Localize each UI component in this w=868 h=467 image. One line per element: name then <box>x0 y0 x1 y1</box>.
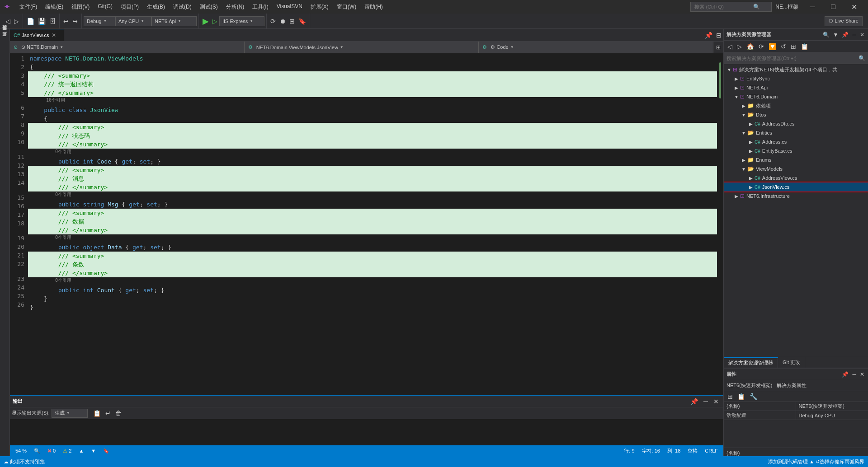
tab-pin-button[interactable]: 📌 <box>703 29 714 41</box>
sol-tab-explorer[interactable]: 解决方案资源管理器 <box>724 357 778 368</box>
debug-config-dropdown[interactable]: Debug ▼ <box>84 16 115 26</box>
toolbar-btn-2[interactable]: ⏺ <box>278 15 288 27</box>
sol-sync-button[interactable]: ⟳ <box>757 41 766 52</box>
error-count[interactable]: ✖ 0 <box>46 448 57 454</box>
tree-item-dtos[interactable]: ▼ 📂 Dtos <box>724 110 868 119</box>
props-btn-2[interactable]: 📋 <box>736 391 747 402</box>
search-input[interactable] <box>694 4 753 9</box>
tree-item-addressdto[interactable]: ▶ C# AddressDto.cs <box>724 119 868 128</box>
toolbar-btn-1[interactable]: ⟳ <box>269 15 278 27</box>
maximize-button[interactable]: □ <box>823 0 844 14</box>
code-editor[interactable]: namespace NET6.Domain.ViewModels { /// <… <box>28 53 717 395</box>
zoom-icon[interactable]: 🔍 <box>32 448 42 454</box>
project-config-dropdown[interactable]: NET6.Api ▼ <box>151 16 197 26</box>
mini-scrollbar[interactable] <box>717 53 723 395</box>
prop-minimize-button[interactable]: ─ <box>851 370 857 378</box>
tree-item-entitysync[interactable]: ▶ ⊡ EntitySync <box>724 74 868 83</box>
encoding-info[interactable]: CRLF <box>703 448 720 453</box>
output-minimize-button[interactable]: ─ <box>702 396 710 407</box>
iis-express-dropdown[interactable]: IIS Express ▼ <box>219 16 264 26</box>
play-hollow-button[interactable]: ▷ <box>211 18 219 25</box>
props-btn-3[interactable]: 🔧 <box>748 391 759 402</box>
prop-config-value[interactable]: Debug|Any CPU <box>796 411 868 420</box>
props-btn-1[interactable]: ⊞ <box>726 391 735 402</box>
save-button[interactable]: 💾 <box>36 15 47 27</box>
toolbar-btn-3[interactable]: ⊞ <box>288 15 297 27</box>
nav-up-button[interactable]: ▲ <box>77 448 85 453</box>
menu-project[interactable]: 项目(P) <box>117 1 142 13</box>
space-info[interactable]: 空格 <box>686 448 699 454</box>
tree-item-dependencies[interactable]: ▶ 📁 依赖项 <box>724 101 868 110</box>
output-wrap-button[interactable]: ↵ <box>104 407 113 419</box>
tree-item-entitybase[interactable]: ▶ C# EntityBase.cs <box>724 146 868 155</box>
output-source-dropdown[interactable]: 生成 ▼ <box>52 409 88 418</box>
redo-button[interactable]: ↪ <box>71 15 80 27</box>
warning-count[interactable]: ⚠ 2 <box>61 448 73 454</box>
sol-view-button[interactable]: ⊞ <box>789 41 798 52</box>
undo-button[interactable]: ↩ <box>61 15 71 27</box>
menu-help[interactable]: 帮助(H) <box>361 1 387 13</box>
tree-item-viewmodels[interactable]: ▼ 📂 ViewModels <box>724 164 868 173</box>
class-dropdown[interactable]: ⚙ NET6.Domain.ViewModels.JsonView ▼ <box>245 42 479 53</box>
tree-item-addressview[interactable]: ▶ C# AddressView.cs <box>724 173 868 182</box>
sidebar-tab-toolbox[interactable]: 工具箱 <box>0 37 10 42</box>
tree-item-enums[interactable]: ▶ 📁 Enums <box>724 155 868 164</box>
tree-item-entities[interactable]: ▼ 📂 Entities <box>724 128 868 137</box>
tree-item-net6api[interactable]: ▶ ⊡ NET6.Api <box>724 83 868 92</box>
tab-options-button[interactable]: ⊟ <box>714 29 723 41</box>
doc-tab-jsonview[interactable]: C# JsonView.cs ✕ <box>10 29 64 41</box>
output-close-button[interactable]: ✕ <box>712 396 721 407</box>
search-box[interactable]: 🔍 <box>690 2 772 12</box>
tree-item-address[interactable]: ▶ C# Address.cs <box>724 137 868 146</box>
tree-item-net6domain[interactable]: ▼ ⊡ NET6.Domain <box>724 92 868 101</box>
menu-git[interactable]: Git(G) <box>94 1 116 13</box>
new-file-button[interactable]: 📄 <box>25 15 36 27</box>
sol-back-button[interactable]: ◁ <box>726 41 734 52</box>
save-all-button[interactable]: 🗄 <box>47 15 57 27</box>
sol-collapse-button[interactable]: ▼ <box>832 31 840 39</box>
sol-filter-button[interactable]: 🔽 <box>767 41 778 52</box>
live-share-button[interactable]: ⬡ Live Share <box>825 16 863 26</box>
prop-name-value[interactable]: NET6(快速开发框架) <box>796 402 868 411</box>
bookmark-button[interactable]: 🔖 <box>101 448 111 454</box>
cpu-config-dropdown[interactable]: Any CPU ▼ <box>115 16 151 26</box>
sol-minimize-button[interactable]: ─ <box>851 31 857 39</box>
nav-down-button[interactable]: ▼ <box>89 448 98 453</box>
back-button[interactable]: ◁ <box>4 15 12 27</box>
output-pin-button[interactable]: 📌 <box>689 396 700 407</box>
tree-item-jsonview[interactable]: ▶ C# JsonView.cs <box>724 182 868 191</box>
sol-tab-git[interactable]: Git 更改 <box>778 357 805 368</box>
sol-home-button[interactable]: 🏠 <box>745 41 756 52</box>
sol-forward-button[interactable]: ▷ <box>735 41 744 52</box>
play-button[interactable]: ▶ <box>201 16 211 26</box>
menu-tools[interactable]: 工具(I) <box>249 1 272 13</box>
output-copy-button[interactable]: 📋 <box>91 407 103 419</box>
output-clear-button[interactable]: 🗑 <box>113 407 123 419</box>
sol-refresh-button[interactable]: ↺ <box>779 41 788 52</box>
sol-close-button[interactable]: ✕ <box>859 31 865 39</box>
menu-build[interactable]: 生成(B) <box>143 1 169 13</box>
forward-button[interactable]: ▷ <box>12 15 21 27</box>
menu-edit[interactable]: 编辑(E) <box>42 1 67 13</box>
sol-pin-button[interactable]: 📌 <box>841 31 849 39</box>
menu-analyze[interactable]: 分析(N) <box>222 1 248 13</box>
solution-search-input[interactable] <box>726 56 859 61</box>
sol-copy-button[interactable]: 📋 <box>799 41 810 52</box>
doc-tab-close[interactable]: ✕ <box>51 32 57 38</box>
sol-search-button[interactable]: 🔍 <box>822 31 830 39</box>
minimize-button[interactable]: ─ <box>802 0 823 14</box>
namespace-dropdown[interactable]: ⊙ ⊙ NET6.Domain ▼ <box>10 42 245 53</box>
menu-test[interactable]: 测试(S) <box>196 1 222 13</box>
prop-close-button[interactable]: ✕ <box>859 370 865 378</box>
zoom-level[interactable]: 54 % <box>14 448 28 453</box>
close-button[interactable]: ✕ <box>844 0 864 14</box>
menu-window[interactable]: 窗口(W) <box>333 1 360 13</box>
menu-view[interactable]: 视图(V) <box>68 1 93 13</box>
menu-visualsvn[interactable]: VisualSVN <box>273 1 306 13</box>
member-dropdown[interactable]: ⚙ ⚙ Code ▼ <box>479 42 713 53</box>
toolbar-btn-4[interactable]: 🔖 <box>297 15 308 27</box>
menu-debug[interactable]: 调试(D) <box>170 1 195 13</box>
tree-item-infrastructure[interactable]: ▶ ⊡ NET6.Infrastructure <box>724 191 868 201</box>
menu-extensions[interactable]: 扩展(X) <box>307 1 332 13</box>
nav-split-button[interactable]: ⊞ <box>713 43 723 51</box>
